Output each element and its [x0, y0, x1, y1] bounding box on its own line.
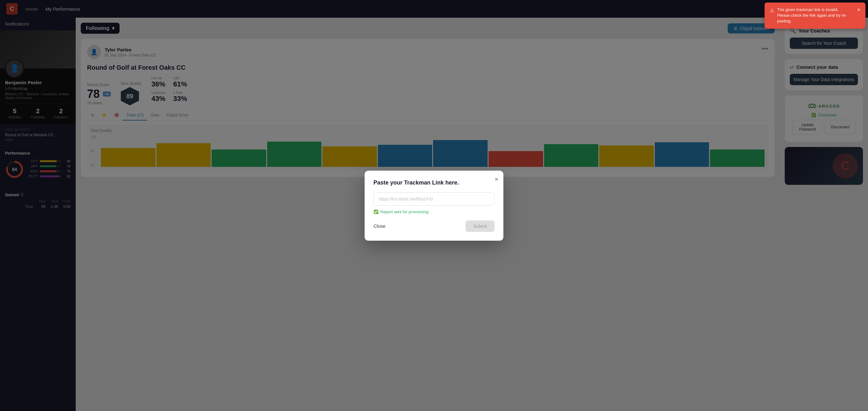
modal-close-x-button[interactable]: ×: [495, 176, 498, 183]
toast-close-button[interactable]: ×: [855, 7, 861, 12]
modal-submit-button[interactable]: Submit: [466, 220, 495, 232]
trackman-link-input[interactable]: [373, 192, 495, 205]
modal-close-button[interactable]: Close: [373, 223, 385, 229]
trackman-modal: × Paste your Trackman Link here. ✅ Repor…: [365, 171, 503, 241]
error-toast: ⚠ The given trackman link is invalid. Pl…: [765, 2, 866, 29]
modal-actions: Close Submit: [373, 220, 495, 232]
modal-success-message: ✅ Report sent for processing: [373, 210, 495, 214]
warning-icon: ⚠: [770, 7, 774, 14]
modal-title: Paste your Trackman Link here.: [373, 180, 495, 186]
modal-overlay: × Paste your Trackman Link here. ✅ Repor…: [0, 0, 868, 411]
